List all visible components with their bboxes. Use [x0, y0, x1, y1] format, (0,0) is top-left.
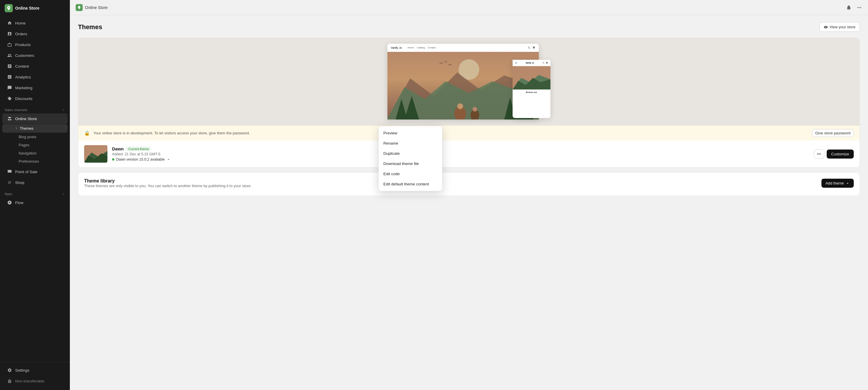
flow-icon [7, 200, 12, 205]
dropdown-item-edit-content[interactable]: Edit default theme content [379, 179, 442, 189]
sidebar-item-content[interactable]: Content [2, 61, 67, 72]
sidebar-label-settings: Settings [15, 368, 29, 372]
lock-icon: 🔒 [84, 130, 90, 136]
sidebar-label-online-store: Online Store [15, 117, 37, 121]
sidebar-bottom: Settings Non-transferable [0, 362, 70, 390]
sidebar-item-customers[interactable]: Customers [2, 50, 67, 61]
sidebar-item-orders[interactable]: Orders [2, 29, 67, 39]
sidebar-label-products: Products [15, 43, 31, 47]
theme-thumbnail [84, 145, 107, 163]
current-theme-badge: Current theme [126, 147, 151, 151]
dropdown-menu: Preview Rename Duplicate Download theme … [378, 126, 442, 191]
online-store-icon [7, 116, 12, 121]
add-theme-button[interactable]: Add theme [822, 179, 854, 188]
svg-point-13 [472, 107, 477, 112]
theme-more-button[interactable]: ••• [814, 149, 824, 159]
version-dot [112, 158, 114, 161]
dropdown-item-rename[interactable]: Rename [379, 138, 442, 148]
theme-name: Dawn [112, 146, 124, 151]
theme-name-row: Dawn Current theme [112, 146, 809, 151]
warning-banner: 🔒 Your online store is in development. T… [78, 126, 860, 140]
sales-channels-section: Sales channels [0, 106, 70, 113]
preview-nav-bar: Varify_io Home Catalog Contact [388, 44, 539, 52]
nav-catalog: Catalog [417, 46, 425, 49]
view-store-button[interactable]: View your store [819, 22, 860, 32]
give-password-button[interactable]: Give store password [812, 129, 854, 137]
topbar: Online Store [70, 0, 868, 15]
mobile-hero [513, 66, 551, 89]
nav-home: Home [408, 46, 414, 49]
sidebar-label-content: Content [15, 64, 29, 68]
preview-nav-links: Home Catalog Contact [408, 46, 436, 49]
theme-info-row: Dawn Current theme Added: 21 Dec at 5:15… [78, 140, 860, 167]
svg-point-11 [457, 104, 463, 109]
orders-icon [7, 31, 12, 36]
sidebar-item-flow[interactable]: Flow [2, 197, 67, 208]
sidebar-item-discounts[interactable]: Discounts [2, 93, 67, 104]
sidebar-label-discounts: Discounts [15, 96, 32, 101]
sidebar-label-customers: Customers [15, 53, 34, 58]
dropdown-item-preview[interactable]: Preview [379, 128, 442, 138]
dropdown-item-download[interactable]: Download theme file [379, 159, 442, 169]
sidebar-label-blog-posts: Blog posts [19, 135, 36, 139]
sidebar-item-analytics[interactable]: Analytics [2, 72, 67, 82]
nav-contact: Contact [428, 46, 436, 49]
sidebar-label-preferences: Preferences [19, 159, 39, 164]
topbar-left: Online Store [76, 4, 108, 11]
content-area: Themes View your store Varify_io Home Ca… [70, 15, 868, 390]
sidebar-item-blog-posts[interactable]: Blog posts [2, 133, 67, 141]
view-store-label: View your store [830, 25, 856, 29]
theme-preview-area: Varify_io Home Catalog Contact [78, 38, 860, 126]
home-icon [7, 20, 12, 26]
sidebar-item-home[interactable]: Home [2, 18, 67, 28]
library-title-area: Theme library These themes are only visi… [84, 178, 251, 188]
sidebar-item-navigation[interactable]: Navigation [2, 149, 67, 157]
analytics-icon [7, 74, 12, 80]
theme-added-date: Added: 21 Dec at 5:15 GMT-5 [112, 152, 809, 156]
svg-rect-0 [7, 170, 11, 172]
bell-icon[interactable] [846, 5, 852, 10]
sidebar-item-themes[interactable]: └ Themes [2, 124, 67, 133]
sidebar-label-orders: Orders [15, 32, 27, 36]
topbar-right [846, 5, 862, 10]
sidebar-item-preferences[interactable]: Preferences [2, 158, 67, 165]
version-row[interactable]: Dawn version 15.0.2 available [112, 158, 809, 162]
sidebar-label-marketing: Marketing [15, 86, 32, 90]
dropdown-item-duplicate[interactable]: Duplicate [379, 148, 442, 159]
sidebar-label-home: Home [15, 21, 26, 25]
sidebar-item-online-store[interactable]: Online Store [2, 113, 67, 124]
chevron-down-small-icon [845, 181, 850, 185]
store-name: Online Store [15, 6, 39, 10]
sidebar-item-products[interactable]: Products [2, 39, 67, 50]
themes-tree-icon: └ [15, 127, 18, 130]
chevron-down-icon [166, 158, 170, 162]
sidebar-label-pages: Pages [19, 143, 29, 147]
content-icon [7, 63, 12, 69]
sidebar-item-pages[interactable]: Pages [2, 141, 67, 149]
sidebar-item-marketing[interactable]: Marketing [2, 83, 67, 93]
theme-card: Varify_io Home Catalog Contact [78, 37, 860, 168]
customize-button[interactable]: Customize [827, 149, 854, 159]
products-icon [7, 42, 12, 47]
shop-icon [7, 180, 12, 185]
sidebar-item-settings[interactable]: Settings [2, 365, 67, 375]
mobile-nav-bar: Varify_io [513, 60, 551, 66]
library-description: These themes are only visible to you. Yo… [84, 184, 251, 188]
more-dots: ••• [817, 152, 821, 156]
store-logo-icon [5, 4, 13, 12]
add-theme-label: Add theme [826, 181, 844, 185]
customers-icon [7, 53, 12, 58]
pos-icon [7, 169, 12, 174]
sidebar-item-point-of-sale[interactable]: Point of Sale [2, 166, 67, 177]
non-transferable-icon [7, 378, 12, 384]
dropdown-item-edit-code[interactable]: Edit code [379, 169, 442, 179]
topbar-more-icon[interactable] [856, 5, 862, 10]
apps-section: Apps [0, 190, 70, 197]
mobile-brand: Varify_io [525, 62, 534, 64]
preview-logo: Varify_io [391, 46, 402, 49]
sidebar-label-flow: Flow [15, 200, 24, 205]
sidebar-item-shop[interactable]: Shop [2, 177, 67, 188]
topbar-store-icon [76, 4, 83, 11]
sidebar-item-non-transferable[interactable]: Non-transferable [2, 376, 67, 386]
settings-icon [7, 367, 12, 373]
